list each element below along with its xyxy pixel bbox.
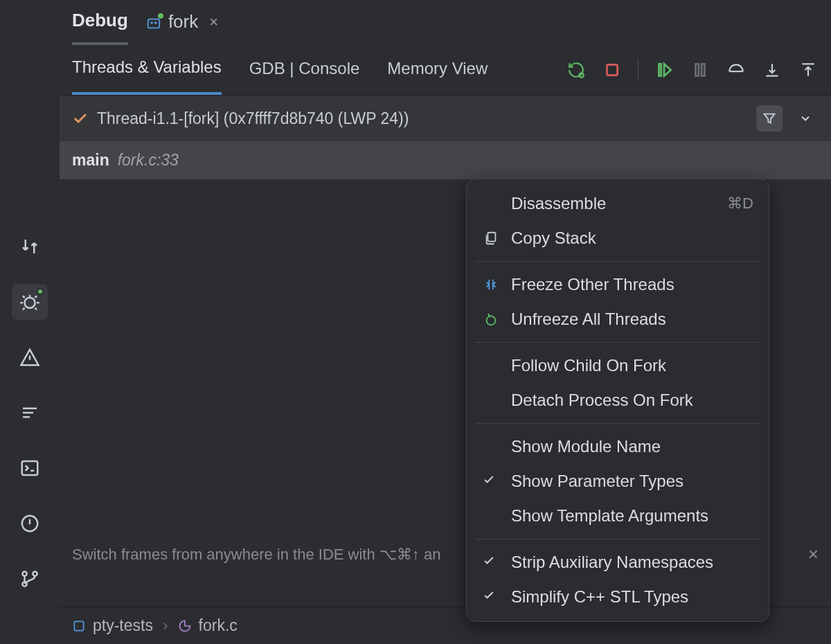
tab-fork[interactable]: fork × [146, 11, 218, 44]
svg-point-4 [33, 571, 37, 575]
active-dot-icon [37, 288, 44, 295]
tool-window-tabs: Debug fork × [60, 0, 831, 45]
svg-rect-6 [148, 19, 160, 28]
frame-function: main [72, 151, 109, 170]
hint-close-icon[interactable]: × [808, 544, 819, 565]
svg-rect-11 [659, 64, 661, 75]
resume-button[interactable] [654, 60, 674, 80]
debug-tool-button[interactable] [12, 284, 48, 320]
menu-show-template-args-label: Show Template Arguments [511, 506, 753, 526]
svg-point-0 [25, 298, 35, 308]
vcs-tool-button[interactable] [12, 561, 48, 597]
tab-gdb-console[interactable]: GDB | Console [249, 59, 360, 93]
menu-simplify-stl-label: Simplify C++ STL Types [511, 587, 753, 607]
tab-fork-label: fork [168, 11, 198, 33]
svg-rect-15 [488, 233, 495, 242]
step-over-button[interactable] [726, 60, 747, 80]
menu-disassemble-label: Disassemble [511, 194, 716, 213]
thread-label: Thread-i1.1-[fork] (0x7ffff7d8b740 (LWP … [97, 109, 409, 128]
breadcrumb-project[interactable]: pty-tests [72, 616, 153, 635]
svg-point-8 [155, 22, 157, 24]
svg-rect-12 [696, 64, 699, 75]
frame-location: fork.c:33 [118, 151, 179, 170]
step-into-button[interactable] [762, 60, 783, 80]
menu-separator [475, 342, 760, 343]
breadcrumb-file[interactable]: fork.c [178, 616, 238, 635]
menu-show-module-label: Show Module Name [511, 437, 753, 456]
menu-separator [475, 539, 760, 539]
freeze-icon [482, 277, 500, 292]
stack-frame-row[interactable]: main fork.c:33 [60, 141, 831, 179]
menu-follow-child-label: Follow Child On Fork [511, 356, 753, 375]
thread-selector-row[interactable]: Thread-i1.1-[fork] (0x7ffff7d8b740 (LWP … [60, 96, 831, 141]
menu-detach-process-label: Detach Process On Fork [511, 391, 753, 410]
svg-rect-14 [74, 621, 83, 630]
menu-copy-stack[interactable]: Copy Stack [467, 221, 769, 256]
menu-separator [475, 261, 760, 262]
run-config-icon [146, 15, 161, 30]
svg-point-16 [487, 316, 496, 325]
menu-unfreeze-all-threads[interactable]: Unfreeze All Threads [467, 302, 769, 337]
menu-show-param-types-label: Show Parameter Types [511, 472, 753, 491]
tab-threads-variables[interactable]: Threads & Variables [72, 57, 222, 95]
breadcrumb-project-label: pty-tests [93, 616, 153, 635]
menu-show-module-name[interactable]: Show Module Name [467, 429, 769, 464]
lines-tool-button[interactable] [12, 395, 48, 431]
menu-copy-stack-label: Copy Stack [511, 229, 753, 248]
unfreeze-icon [482, 312, 500, 327]
menu-disassemble-shortcut: ⌘D [727, 195, 753, 213]
menu-follow-child-on-fork[interactable]: Follow Child On Fork [467, 348, 769, 383]
menu-separator [475, 423, 760, 424]
svg-point-7 [151, 22, 152, 24]
menu-detach-process-on-fork[interactable]: Detach Process On Fork [467, 383, 769, 418]
close-icon[interactable]: × [205, 13, 218, 31]
rerun-button[interactable] [566, 60, 587, 80]
check-icon [482, 553, 500, 572]
copy-icon [482, 231, 500, 246]
stop-button[interactable] [602, 60, 623, 80]
toolbar-divider [638, 60, 638, 80]
svg-rect-10 [607, 64, 617, 75]
step-out-button[interactable] [798, 60, 819, 80]
menu-freeze-other-threads[interactable]: Freeze Other Threads [467, 267, 769, 302]
hint-text: Switch frames from anywhere in the IDE w… [72, 546, 440, 564]
tab-debug[interactable]: Debug [72, 10, 128, 45]
menu-freeze-other-label: Freeze Other Threads [511, 275, 753, 294]
warnings-tool-button[interactable] [12, 339, 48, 375]
frame-context-menu: Disassemble ⌘D Copy Stack Freeze Other T… [466, 179, 769, 622]
chevron-down-icon[interactable] [792, 105, 819, 132]
menu-strip-auxiliary-namespaces[interactable]: Strip Auxiliary Namespaces [467, 545, 769, 580]
menu-unfreeze-all-label: Unfreeze All Threads [511, 310, 753, 329]
filter-button[interactable] [756, 105, 783, 132]
menu-show-parameter-types[interactable]: Show Parameter Types [467, 464, 769, 499]
pause-button[interactable] [690, 60, 711, 80]
checkmark-icon [72, 110, 89, 127]
menu-disassemble[interactable]: Disassemble ⌘D [467, 186, 769, 221]
problems-tool-button[interactable] [12, 506, 48, 542]
tab-memory-view[interactable]: Memory View [387, 59, 488, 93]
swap-icon-button[interactable] [12, 229, 48, 265]
left-tool-rail [0, 0, 60, 644]
svg-rect-13 [702, 64, 704, 75]
menu-simplify-cpp-stl-types[interactable]: Simplify C++ STL Types [467, 580, 769, 614]
svg-rect-1 [22, 461, 38, 475]
check-icon [482, 472, 500, 491]
debugger-sub-tabs: Threads & Variables GDB | Console Memory… [60, 45, 831, 96]
check-icon [482, 587, 500, 607]
terminal-tool-button[interactable] [12, 450, 48, 486]
breadcrumb-file-label: fork.c [199, 616, 238, 635]
menu-strip-aux-label: Strip Auxiliary Namespaces [511, 553, 753, 572]
chevron-right-icon: › [163, 616, 168, 635]
svg-point-3 [22, 571, 26, 575]
menu-show-template-arguments[interactable]: Show Template Arguments [467, 499, 769, 533]
